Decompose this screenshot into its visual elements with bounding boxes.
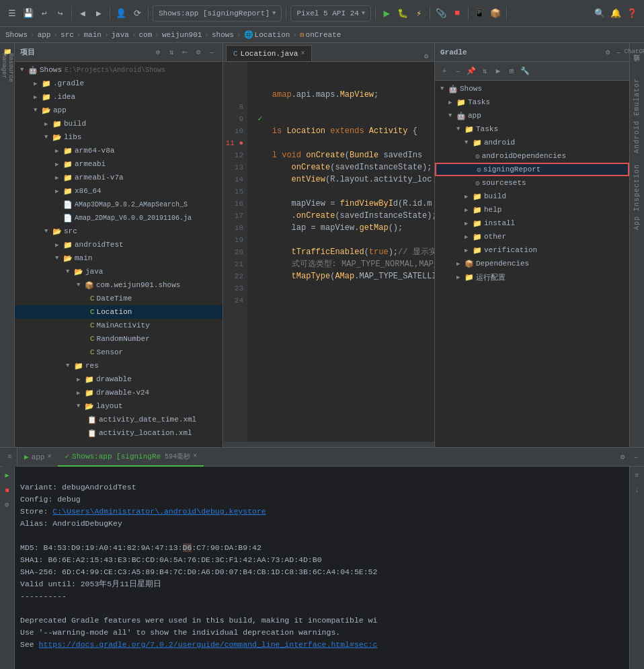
gradle-sync-icon[interactable]: ⇅ [479,66,490,77]
tree-item-androidtest[interactable]: ▶ 📁 androidTest [15,238,223,251]
notification-label[interactable]: 通知 [631,63,643,70]
project-minimize-icon[interactable]: – [206,47,217,58]
tree-item-build[interactable]: ▶ 📁 build [15,117,223,130]
code-editor[interactable]: amap.api.maps.MapView; ✓ is Location ext… [247,62,434,442]
help-icon[interactable]: ❓ [625,7,639,20]
tree-item-sensor[interactable]: C Sensor [15,346,223,359]
tree-item-drawable-v24[interactable]: ▶ 📁 drawable-v24 [15,386,223,399]
breadcrumb-com[interactable]: com [139,31,153,39]
save-icon[interactable]: 💾 [22,7,35,20]
bottom-close-icon[interactable]: – [631,452,641,463]
gradle-expand-icon[interactable]: ⊞ [506,66,517,77]
run-tab-signing-close[interactable]: × [193,452,197,460]
tree-item-arm64[interactable]: ▶ 📁 arm64-v8a [15,144,223,157]
debug-button[interactable]: 🐛 [396,7,409,20]
run-button[interactable]: ▶ [380,7,393,20]
tree-item-amap3d[interactable]: 📄 AMap3DMap_9.8.2_AMapSearch_S [15,198,223,211]
breadcrumb-shows2[interactable]: shows [212,31,234,39]
search-everywhere-icon[interactable]: 🔍 [593,7,606,20]
tree-item-randomnumber[interactable]: C RandomNumber [15,332,223,346]
gradle-item-run-config[interactable]: ▶ 📁 运行配置 [435,270,629,284]
tree-item-libs[interactable]: ▼ 📂 libs [15,130,223,144]
tree-item-src[interactable]: ▼ 📂 src [15,225,223,238]
gradle-item-shows[interactable]: ▼ 🤖 Shows [435,82,629,95]
results-icon[interactable]: ≡ [4,451,16,463]
project-sync-icon[interactable]: ⇅ [166,47,177,58]
breadcrumb-oncreate[interactable]: onCreate [306,31,341,39]
nav-forward-icon[interactable]: ▶ [92,7,106,20]
tree-item-drawable[interactable]: ▶ 📁 drawable [15,372,223,386]
bottom-settings-icon[interactable]: ⚙ [617,452,628,463]
project-collapse-icon[interactable]: ⟵ [179,47,190,58]
tree-item-layout[interactable]: ▼ 📂 layout [15,399,223,413]
avd-manager-icon[interactable]: 📱 [473,7,486,20]
gradle-item-android[interactable]: ▼ 📁 android [435,136,629,149]
sync-icon[interactable]: ⟳ [130,7,144,20]
run-scroll-icon[interactable]: ↓ [631,484,643,496]
breadcrumb-app[interactable]: app [38,31,51,39]
gradle-item-help[interactable]: ▶ 📁 help [435,203,629,217]
gradle-item-build[interactable]: ▶ 📁 build [435,190,629,203]
breadcrumb-weijun901[interactable]: weijun901 [162,31,202,39]
store-link[interactable]: C:\Users\Administrator\.android\debug.ke… [52,507,266,516]
notifications-icon[interactable]: 🔔 [609,7,622,20]
breadcrumb-src[interactable]: src [61,31,74,39]
attach-debugger-icon[interactable]: 📎 [434,7,448,20]
gradle-item-app[interactable]: ▼ 🤖 app [435,109,629,122]
tree-item-idea[interactable]: ▶ 📁 .idea [15,90,223,104]
tree-item-activity-location[interactable]: 📋 activity_location.xml [15,426,223,440]
breadcrumb-shows[interactable]: Shows [5,31,28,39]
gradle-add-icon[interactable]: + [439,66,450,77]
project-add-icon[interactable]: ⊕ [153,47,163,58]
breadcrumb-main[interactable]: main [83,31,101,39]
tree-item-package[interactable]: ▼ 📦 com.weijun901.shows [15,278,223,292]
nav-back-icon[interactable]: ◀ [76,7,89,20]
tree-item-app[interactable]: ▼ 📂 app [15,104,223,117]
tree-item-armeabi[interactable]: ▶ 📁 armeabi [15,157,223,171]
tree-item-datetime[interactable]: C DateTime [15,292,223,305]
run-play-icon[interactable]: ▶ [1,469,13,481]
breadcrumb-location[interactable]: Location [255,31,290,39]
tree-item-main[interactable]: ▼ 📂 main [15,251,223,265]
run-stop-icon[interactable]: ■ [1,484,13,496]
app-inspection-label[interactable]: App Inspection [632,161,642,233]
chatgpt-icon[interactable]: ChatGPT [631,46,643,58]
gradle-item-android-deps[interactable]: ⚙ androidDependencies [435,149,629,163]
user-icon[interactable]: 👤 [114,7,128,20]
redo-icon[interactable]: ↪ [54,7,67,20]
gradle-item-tasks-app[interactable]: ▼ 📁 Tasks [435,122,629,136]
gradle-item-install[interactable]: ▶ 📁 install [435,217,629,230]
menu-icon[interactable]: ☰ [5,7,19,20]
gradle-item-dependencies[interactable]: ▶ 📦 Dependencies [435,257,629,270]
tree-item-gradle[interactable]: ▶ 📁 .gradle [15,77,223,90]
gradle-tools-icon[interactable]: 🔧 [520,66,530,77]
gradle-item-other[interactable]: ▶ 📁 other [435,230,629,243]
tree-item-activity-date[interactable]: 📋 activity_date_time.xml [15,413,223,426]
sdk-manager-icon[interactable]: 📦 [489,7,502,20]
gradle-settings-icon[interactable]: ⚙ [602,47,613,58]
gradle-item-signing-report[interactable]: ⚙ signingReport [435,163,629,176]
project-settings-icon[interactable]: ⚙ [193,47,204,58]
tree-item-res[interactable]: ▼ 📁 res [15,359,223,372]
device-selector[interactable]: Pixel 5 API 24 ▼ [290,5,371,22]
undo-icon[interactable]: ↩ [38,7,51,20]
gradle-pin-icon[interactable]: 📌 [466,66,477,77]
profile-button[interactable]: ⚡ [412,7,426,20]
stop-icon[interactable]: ■ [450,7,464,20]
gradle-item-verification[interactable]: ▶ 📁 verification [435,243,629,257]
android-emulator-label[interactable]: Android Emulator [632,75,642,156]
tree-item-amap2d[interactable]: 📄 Amap_2DMap_V6.0.0_20191106.ja [15,211,223,225]
run-wrap-icon[interactable]: ≡ [631,469,643,481]
tree-item-location[interactable]: C Location [15,305,223,319]
tree-item-java[interactable]: ▼ 📂 java [15,265,223,278]
run-tab-app[interactable]: ▶ app × [17,448,58,467]
tree-item-x86[interactable]: ▶ 📁 x86_64 [15,184,223,198]
run-settings-icon[interactable]: ⚙ [1,499,13,511]
code-area[interactable]: 8 9 10 11 ● 12 13 14 15 16 17 18 19 20 2… [223,62,434,442]
gradle-run-icon[interactable]: ▶ [493,66,504,77]
run-tab-app-close[interactable]: × [47,453,51,461]
editor-tab-location[interactable]: C Location.java × [226,45,312,61]
resource-manager-icon[interactable]: Resource Manager [1,62,13,74]
gradle-remove-icon[interactable]: – [452,66,463,77]
docs-link[interactable]: https://docs.gradle.org/7.0.2/userguide/… [39,640,378,649]
